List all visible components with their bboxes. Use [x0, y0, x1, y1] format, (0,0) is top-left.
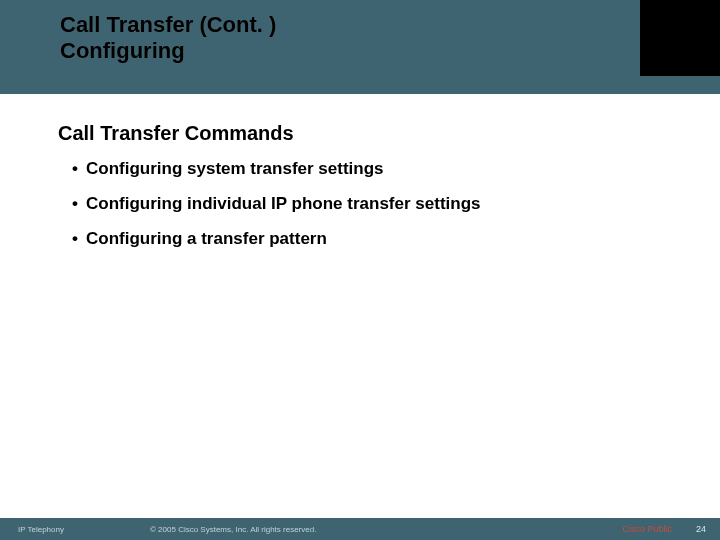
slide-title: Call Transfer (Cont. ) Configuring	[60, 12, 276, 64]
bullet-item: Configuring individual IP phone transfer…	[72, 193, 680, 216]
bullet-text: Configuring individual IP phone transfer…	[86, 194, 481, 213]
footer-classification: Cisco Public	[622, 524, 672, 534]
bullet-item: Configuring system transfer settings	[72, 158, 680, 181]
title-line-2: Configuring	[60, 38, 185, 63]
title-line-1: Call Transfer (Cont. )	[60, 12, 276, 37]
bullet-item: Configuring a transfer pattern	[72, 228, 680, 251]
slide: Call Transfer (Cont. ) Configuring Call …	[0, 0, 720, 540]
footer-bar: IP Telephony © 2005 Cisco Systems, Inc. …	[0, 518, 720, 540]
footer-left: IP Telephony	[18, 525, 64, 534]
header-corner-black	[640, 0, 720, 76]
bullet-text: Configuring a transfer pattern	[86, 229, 327, 248]
footer-page-number: 24	[696, 524, 706, 534]
section-heading: Call Transfer Commands	[58, 122, 294, 145]
footer-copyright: © 2005 Cisco Systems, Inc. All rights re…	[150, 525, 316, 534]
bullet-list: Configuring system transfer settings Con…	[72, 158, 680, 263]
bullet-text: Configuring system transfer settings	[86, 159, 384, 178]
